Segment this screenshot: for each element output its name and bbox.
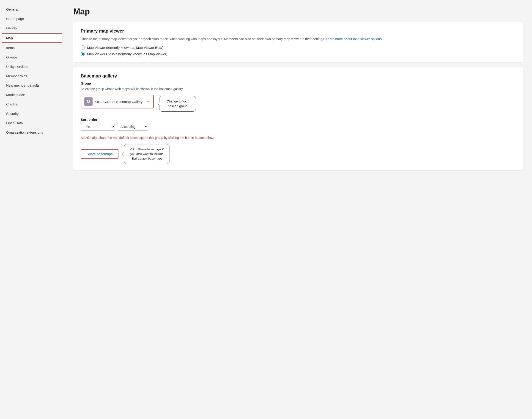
group-callout: Change to your baseap group xyxy=(159,96,196,112)
sidebar-item-items[interactable]: Items xyxy=(0,43,64,52)
primary-map-viewer-card: Primary map viewer Choose the primary ma… xyxy=(73,22,523,62)
sidebar-item-map[interactable]: Map xyxy=(2,33,62,43)
group-subsection-title: Group xyxy=(81,81,516,85)
additional-text: Additionally, share the Esri default bas… xyxy=(81,135,516,140)
page-title: Map xyxy=(73,7,523,16)
share-row: Share basemaps Click Share basemaps if y… xyxy=(81,144,516,164)
sort-direction-select[interactable]: Ascending Descending xyxy=(117,123,148,131)
group-selector[interactable]: O OGL Custom Basemap Gallery ✏ xyxy=(81,95,154,108)
map-viewer-label: Map Viewer (formerly known as Map Viewer… xyxy=(87,46,163,50)
primary-map-viewer-desc: Choose the primary map viewer for your o… xyxy=(81,37,516,42)
map-viewer-radio[interactable] xyxy=(81,45,85,50)
sidebar-item-groups[interactable]: Groups xyxy=(0,52,64,62)
sort-order-label: Sort order xyxy=(81,118,516,121)
sidebar-item-credits[interactable]: Credits xyxy=(0,100,64,109)
sidebar-item-utility-services[interactable]: Utility services xyxy=(0,62,64,71)
group-icon: O xyxy=(84,97,93,106)
share-callout: Click Share basemaps if you also want to… xyxy=(124,144,170,164)
edit-icon[interactable]: ✏ xyxy=(147,100,150,104)
sidebar-item-general[interactable]: General xyxy=(0,5,64,14)
sidebar-item-org-extensions[interactable]: Organization extensions xyxy=(0,128,64,137)
group-desc: Select the group whose web maps will be … xyxy=(81,87,516,92)
group-name: OGL Custom Basemap Gallery xyxy=(95,100,142,104)
map-viewer-classic-radio[interactable] xyxy=(81,52,85,56)
map-viewer-classic-option[interactable]: Map Viewer Classic (formerly known as Ma… xyxy=(81,52,516,56)
basemap-gallery-title: Basemap gallery xyxy=(81,73,516,79)
sidebar-item-homepage[interactable]: Home page xyxy=(0,14,64,23)
sidebar-item-security[interactable]: Security xyxy=(0,109,64,118)
primary-map-viewer-title: Primary map viewer xyxy=(81,28,516,34)
sort-row: Title Date modified Date created Ascendi… xyxy=(81,123,516,131)
sidebar: GeneralHome pageGalleryMapItemsGroupsUti… xyxy=(0,0,64,419)
basemap-gallery-card: Basemap gallery Group Select the group w… xyxy=(73,67,523,170)
sort-order-section: Sort order Title Date modified Date crea… xyxy=(81,118,516,131)
sort-title-select[interactable]: Title Date modified Date created xyxy=(81,123,115,131)
main-content: Map Primary map viewer Choose the primar… xyxy=(64,0,532,419)
map-viewer-option[interactable]: Map Viewer (formerly known as Map Viewer… xyxy=(81,45,516,50)
sidebar-item-marketplace[interactable]: Marketplace xyxy=(0,90,64,100)
sidebar-item-gallery[interactable]: Gallery xyxy=(0,23,64,33)
sidebar-item-open-data[interactable]: Open Data xyxy=(0,118,64,128)
map-viewer-classic-label: Map Viewer Classic (formerly known as Ma… xyxy=(87,52,167,56)
viewer-options: Map Viewer (formerly known as Map Viewer… xyxy=(81,45,516,56)
sidebar-item-new-member-defaults[interactable]: New member defaults xyxy=(0,81,64,90)
learn-more-link[interactable]: Learn more about map viewer options xyxy=(326,37,381,41)
group-row: O OGL Custom Basemap Gallery ✏ Change to… xyxy=(81,95,516,113)
sidebar-item-member-roles[interactable]: Member roles xyxy=(0,71,64,81)
share-basemaps-button[interactable]: Share basemaps xyxy=(81,149,118,159)
